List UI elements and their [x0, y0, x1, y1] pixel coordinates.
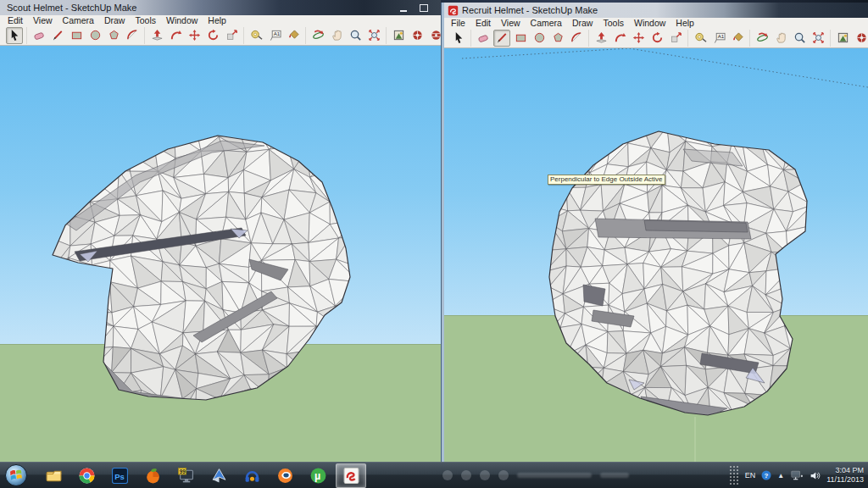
- taskbar-apps: Ps99µ: [38, 463, 366, 488]
- show-hidden-icons-button[interactable]: ▲: [777, 472, 784, 480]
- titlebar-right[interactable]: Recruit Helmet - SketchUp Make: [444, 3, 868, 18]
- menu-item-help[interactable]: Help: [670, 18, 699, 28]
- utorrent-icon: µ: [309, 467, 327, 485]
- circle-tool-button[interactable]: [86, 27, 103, 44]
- line-tool-button[interactable]: [49, 27, 66, 44]
- arc-tool-button[interactable]: [568, 30, 585, 47]
- select-tool-button[interactable]: [450, 30, 467, 47]
- eraser-tool-button[interactable]: [31, 27, 47, 44]
- zoom-tool-button[interactable]: [347, 27, 364, 44]
- orbit-tool-button[interactable]: [754, 30, 771, 47]
- viewport-scout[interactable]: [0, 46, 441, 463]
- taskbar-ghost-status: [442, 466, 646, 485]
- svg-text:99: 99: [179, 468, 186, 474]
- polygon-tool-button[interactable]: [105, 27, 122, 44]
- menu-item-edit[interactable]: Edit: [3, 15, 28, 25]
- pan-tool-button[interactable]: [772, 30, 789, 47]
- taskbar-app-windows-explorer[interactable]: [38, 463, 69, 488]
- zoom-extents-tool-button[interactable]: [810, 30, 826, 47]
- menu-item-camera[interactable]: Camera: [58, 15, 99, 25]
- paint-bucket-tool-button[interactable]: [285, 27, 302, 44]
- rectangle-tool-button[interactable]: [68, 27, 85, 44]
- pan-tool-button[interactable]: [328, 27, 345, 44]
- get-models-tool-button[interactable]: [834, 30, 851, 47]
- taskbar-app-blue-3d-app[interactable]: [203, 463, 234, 488]
- arc-tool-button[interactable]: [124, 27, 141, 44]
- taskbar-app-photoshop[interactable]: Ps: [104, 463, 135, 488]
- move-tool-button[interactable]: [630, 30, 647, 47]
- dimension-text-icon: [713, 31, 726, 44]
- dimension-text-tool-button[interactable]: [710, 30, 727, 47]
- line-tool-button[interactable]: [493, 30, 510, 47]
- viewport-recruit[interactable]: Perpendicular to Edge Outside Active: [444, 48, 868, 463]
- menu-item-file[interactable]: File: [446, 18, 470, 28]
- component-2-icon: [430, 29, 442, 42]
- start-button[interactable]: [4, 463, 28, 487]
- taskbar-app-sketchup[interactable]: [336, 463, 366, 488]
- menu-item-edit[interactable]: Edit: [470, 18, 496, 28]
- menu-item-tools[interactable]: Tools: [130, 15, 161, 25]
- follow-me-tool-button[interactable]: [611, 30, 628, 47]
- menu-item-window[interactable]: Window: [629, 18, 670, 28]
- push-pull-tool-button[interactable]: [593, 30, 609, 47]
- get-models-tool-button[interactable]: [390, 27, 407, 44]
- menu-item-draw[interactable]: Draw: [99, 15, 131, 25]
- rectangle-tool-button[interactable]: [512, 30, 529, 47]
- sketchup-window-recruit: Recruit Helmet - SketchUp Make FileEditV…: [442, 3, 868, 463]
- component-1-tool-button[interactable]: [853, 30, 868, 47]
- network-icon[interactable]: [790, 469, 804, 481]
- window-title: Recruit Helmet - SketchUp Make: [462, 5, 598, 15]
- sketchup-icon: [342, 467, 360, 485]
- menu-item-tools[interactable]: Tools: [598, 18, 629, 28]
- tape-measure-tool-button[interactable]: [692, 30, 709, 47]
- circle-tool-button[interactable]: [531, 30, 548, 47]
- polygon-tool-button[interactable]: [549, 30, 566, 47]
- tape-measure-tool-button[interactable]: [248, 27, 264, 44]
- scale-icon: [670, 31, 682, 44]
- toolbar-left: [0, 25, 441, 46]
- follow-me-tool-button[interactable]: [167, 27, 184, 44]
- orbit-tool-button[interactable]: [309, 27, 326, 44]
- menu-item-draw[interactable]: Draw: [567, 18, 598, 28]
- volume-icon[interactable]: [810, 470, 821, 481]
- component-1-tool-button[interactable]: [409, 27, 426, 44]
- eraser-tool-button[interactable]: [475, 30, 492, 47]
- minimize-button[interactable]: [396, 3, 410, 12]
- language-indicator[interactable]: EN: [745, 471, 756, 480]
- titlebar-left[interactable]: Scout Helmet - SketchUp Make: [0, 0, 441, 15]
- scale-tool-button[interactable]: [223, 27, 240, 44]
- select-tool-button[interactable]: [6, 27, 23, 44]
- eraser-icon: [477, 31, 490, 44]
- taskbar-app-monitor-capture[interactable]: 99: [170, 463, 201, 488]
- menu-item-view[interactable]: View: [496, 18, 526, 28]
- menu-item-window[interactable]: Window: [161, 15, 203, 25]
- rotate-tool-button[interactable]: [648, 30, 665, 47]
- paint-bucket-icon: [287, 29, 300, 42]
- dashed-guide-line: [462, 48, 868, 87]
- menu-item-view[interactable]: View: [28, 15, 58, 25]
- help-tray-icon[interactable]: ?: [761, 470, 771, 480]
- rotate-tool-button[interactable]: [204, 27, 221, 44]
- zoom-extents-icon: [368, 29, 381, 42]
- toolbar-group: [831, 30, 868, 47]
- zoom-tool-button[interactable]: [791, 30, 808, 47]
- paint-bucket-tool-button[interactable]: [729, 30, 746, 47]
- component-2-tool-button[interactable]: [427, 27, 441, 44]
- taskbar-clock[interactable]: 3:04 PM 11/11/2013: [826, 466, 864, 485]
- maximize-button[interactable]: [416, 3, 431, 12]
- dimension-text-tool-button[interactable]: [266, 27, 283, 44]
- taskbar-app-google-chrome[interactable]: [71, 463, 102, 488]
- move-tool-button[interactable]: [186, 27, 203, 44]
- move-icon: [188, 29, 201, 42]
- menubar-left: FileEditViewCameraDrawToolsWindowHelp: [0, 15, 441, 25]
- scale-tool-button[interactable]: [667, 30, 684, 47]
- taskbar-app-utorrent[interactable]: µ: [303, 463, 333, 488]
- menu-item-help[interactable]: Help: [203, 15, 231, 25]
- taskbar-app-audio-player[interactable]: [236, 463, 267, 488]
- menu-item-camera[interactable]: Camera: [526, 18, 567, 28]
- zoom-extents-tool-button[interactable]: [365, 27, 382, 44]
- push-pull-tool-button[interactable]: [148, 27, 165, 44]
- clock-date: 11/11/2013: [826, 475, 864, 485]
- taskbar-app-blender[interactable]: [270, 463, 300, 488]
- taskbar-app-fl-studio[interactable]: [137, 463, 168, 488]
